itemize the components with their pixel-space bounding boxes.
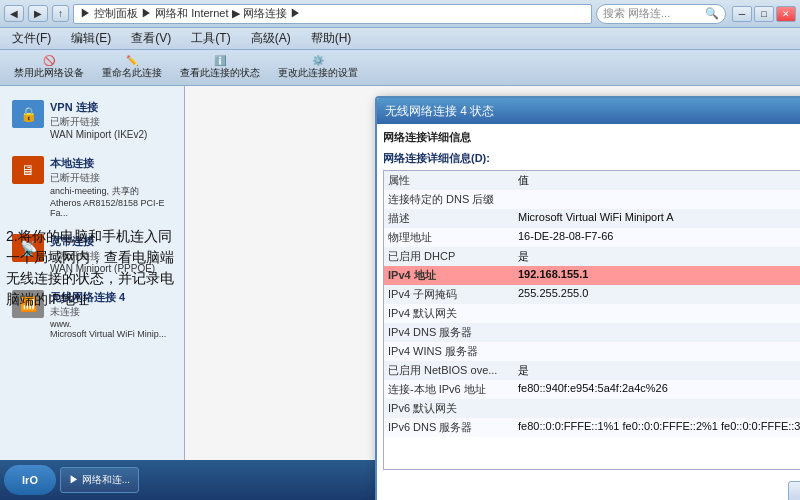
detail-prop-10: 已启用 NetBIOS ove...: [384, 361, 514, 380]
inner-dialog: 网络连接详细信息 网络连接详细信息(D): 属性值连接特定的 DNS 后缀描述M…: [377, 124, 800, 500]
toolbar-settings[interactable]: ⚙️ 更改此连接的设置: [272, 53, 364, 82]
toolbar-disable[interactable]: 🚫 禁用此网络设备: [8, 53, 90, 82]
left-panel: 🔒 VPN 连接 已断开链接 WAN Miniport (IKEv2) 🖥 本地…: [0, 86, 185, 460]
detail-prop-12: IPv6 默认网关: [384, 399, 514, 418]
breadcrumb: ▶ 控制面板 ▶ 网络和 Internet ▶ 网络连接 ▶: [80, 6, 301, 21]
detail-prop-9: IPv4 WINS 服务器: [384, 342, 514, 361]
close-btn[interactable]: 关闭(C): [788, 481, 800, 500]
detail-val-12: [514, 399, 800, 418]
instruction-text: 2.将你的电脑和手机连入同一个局域网内，查看电脑端无线连接的状态，并记录电脑端的…: [6, 226, 181, 310]
local-info: 本地连接 已断开链接 anchi-meeting, 共享的Atheros AR8…: [50, 156, 172, 218]
detail-prop-11: 连接-本地 IPv6 地址: [384, 380, 514, 399]
dialog-title-bar: 无线网络连接 4 状态 ✕: [377, 98, 800, 124]
detail-prop-0: 属性: [384, 171, 514, 190]
window-controls: ─ □ ✕: [732, 6, 796, 22]
status-dialog: 无线网络连接 4 状态 ✕ 网络连接详细信息 网络连接详细信息(D): 属性值连…: [375, 96, 800, 500]
detail-val-3: 16-DE-28-08-F7-66: [514, 228, 800, 247]
disable-icon: 🚫: [43, 55, 55, 66]
title-bar-left: ◀ ▶ ↑ ▶ 控制面板 ▶ 网络和 Internet ▶ 网络连接 ▶ 搜索 …: [4, 4, 726, 24]
settings-icon: ⚙️: [312, 55, 324, 66]
menu-tools[interactable]: 工具(T): [187, 28, 234, 49]
detail-val-4: 是: [514, 247, 800, 266]
toolbar-rename[interactable]: ✏️ 重命名此连接: [96, 53, 168, 82]
dialog-footer: 关闭(C): [788, 481, 800, 500]
vpn-status: 已断开链接: [50, 115, 172, 129]
local-name: 本地连接: [50, 156, 172, 171]
rename-icon: ✏️: [126, 55, 138, 66]
menu-advanced[interactable]: 高级(A): [247, 28, 295, 49]
right-panel: 无线网络连接 4 状态 ✕ 网络连接详细信息 网络连接详细信息(D): 属性值连…: [185, 86, 800, 460]
detail-val-8: [514, 323, 800, 342]
detail-val-9: [514, 342, 800, 361]
detail-val-10: 是: [514, 361, 800, 380]
detail-prop-3: 物理地址: [384, 228, 514, 247]
status-icon: ℹ️: [214, 55, 226, 66]
menu-file[interactable]: 文件(F): [8, 28, 55, 49]
detail-scroll-area[interactable]: 属性值连接特定的 DNS 后缀描述Microsoft Virtual WiFi …: [383, 170, 800, 470]
wireless4-sub: www.Microsoft Virtual WiFi Minip...: [50, 319, 172, 339]
detail-prop-5: IPv4 地址: [384, 266, 514, 285]
vpn-sub: WAN Miniport (IKEv2): [50, 129, 172, 140]
detail-prop-6: IPv4 子网掩码: [384, 285, 514, 304]
taskbar-task-network[interactable]: ▶ 网络和连...: [60, 467, 139, 493]
detail-prop-1: 连接特定的 DNS 后缀: [384, 190, 514, 209]
back-button[interactable]: ◀: [4, 5, 24, 22]
menu-view[interactable]: 查看(V): [127, 28, 175, 49]
menu-help[interactable]: 帮助(H): [307, 28, 356, 49]
detail-val-5: 192.168.155.1: [514, 266, 800, 285]
toolbar: 🚫 禁用此网络设备 ✏️ 重命名此连接 ℹ️ 查看此连接的状态 ⚙️ 更改此连接…: [0, 50, 800, 86]
detail-prop-7: IPv4 默认网关: [384, 304, 514, 323]
toolbar-status[interactable]: ℹ️ 查看此连接的状态: [174, 53, 266, 82]
detail-prop-2: 描述: [384, 209, 514, 228]
start-button[interactable]: IrO: [4, 465, 56, 495]
local-sub: anchi-meeting, 共享的Atheros AR8152/8158 PC…: [50, 185, 172, 218]
forward-button[interactable]: ▶: [28, 5, 48, 22]
vpn-icon: 🔒: [12, 100, 44, 128]
address-bar[interactable]: ▶ 控制面板 ▶ 网络和 Internet ▶ 网络连接 ▶: [73, 4, 592, 24]
conn-item-local[interactable]: 🖥 本地连接 已断开链接 anchi-meeting, 共享的Atheros A…: [8, 150, 176, 224]
detail-val-2: Microsoft Virtual WiFi Miniport A: [514, 209, 800, 228]
title-bar: ◀ ▶ ↑ ▶ 控制面板 ▶ 网络和 Internet ▶ 网络连接 ▶ 搜索 …: [0, 0, 800, 28]
minimize-button[interactable]: ─: [732, 6, 752, 22]
detail-val-6: 255.255.255.0: [514, 285, 800, 304]
connections-area: 🔒 VPN 连接 已断开链接 WAN Miniport (IKEv2) 🖥 本地…: [0, 86, 800, 460]
detail-val-11: fe80::940f:e954:5a4f:2a4c%26: [514, 380, 800, 399]
menu-edit[interactable]: 编辑(E): [67, 28, 115, 49]
detail-prop-13: IPv6 DNS 服务器: [384, 418, 514, 437]
detail-val-0: 值: [514, 171, 800, 190]
vpn-info: VPN 连接 已断开链接 WAN Miniport (IKEv2): [50, 100, 172, 140]
search-placeholder: 搜索 网络连...: [603, 6, 670, 21]
local-icon: 🖥: [12, 156, 44, 184]
detail-val-7: [514, 304, 800, 323]
close-button[interactable]: ✕: [776, 6, 796, 22]
inner-dialog-title: 网络连接详细信息: [383, 130, 800, 145]
detail-val-13: fe80::0:0:FFFE::1%1 fe0::0:0:FFFE::2%1 f…: [514, 418, 800, 437]
conn-item-vpn[interactable]: 🔒 VPN 连接 已断开链接 WAN Miniport (IKEv2): [8, 94, 176, 146]
search-bar[interactable]: 搜索 网络连... 🔍: [596, 4, 726, 24]
detail-section-title: 网络连接详细信息(D):: [383, 151, 800, 166]
detail-prop-8: IPv4 DNS 服务器: [384, 323, 514, 342]
dialog-title: 无线网络连接 4 状态: [385, 103, 494, 120]
vpn-name: VPN 连接: [50, 100, 172, 115]
detail-prop-4: 已启用 DHCP: [384, 247, 514, 266]
maximize-button[interactable]: □: [754, 6, 774, 22]
search-icon: 🔍: [705, 7, 719, 20]
up-button[interactable]: ↑: [52, 5, 69, 22]
menu-bar: 文件(F) 编辑(E) 查看(V) 工具(T) 高级(A) 帮助(H): [0, 28, 800, 50]
detail-table: 属性值连接特定的 DNS 后缀描述Microsoft Virtual WiFi …: [384, 171, 800, 437]
detail-val-1: [514, 190, 800, 209]
local-status: 已断开链接: [50, 171, 172, 185]
